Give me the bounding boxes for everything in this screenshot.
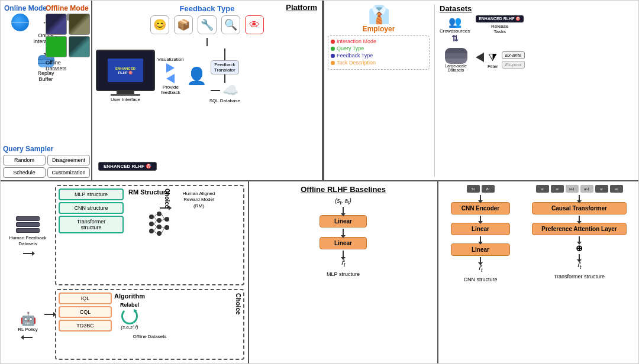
feedback-icon-search: 🔍 [221, 15, 240, 34]
bottom-right-section: st at CNN Encoder Linear Linear r [438, 181, 638, 363]
sampler-schedule: Schedule [3, 167, 46, 178]
offline-ds-algo-label: Offline Datasets [59, 334, 241, 339]
svg-point-2 [149, 229, 154, 233]
offline-img-4 [69, 36, 90, 57]
emp-feedback-type-text: Feedback Type [337, 53, 373, 58]
crowdsources-label: Crowdsources [440, 28, 470, 34]
algo-section: IQL CQL TD3BC Algorithm Choice Relabel [55, 289, 244, 360]
query-sampler-section: Query Sampler Random Disagreement Schedu… [1, 142, 92, 180]
sampler-disagreement: Disagreement [47, 155, 90, 165]
server-3 [16, 228, 40, 233]
db-bot-large [445, 58, 467, 64]
cloud-icon: ☁️ [222, 83, 238, 98]
ex-post-box: Ex-post [502, 61, 525, 69]
offline-images [46, 14, 90, 57]
fb-translator-section: FeedbackTranslator ☁️ SQL Database [209, 48, 240, 103]
emp-feedback-type: Feedback Type [331, 53, 427, 58]
algo-title-text: Algorithm [114, 292, 145, 300]
offline-baselines-title: Offline RLHF Baselines [301, 185, 386, 194]
filter-section: ⧩ Filter [488, 51, 498, 69]
large-db: Large-scale Datasets [440, 48, 472, 72]
feedback-icon-gauge: 🔧 [198, 15, 217, 34]
ui-label: User Interface [111, 97, 140, 102]
rm-structure-section: MLP structure CNN structure Transformers… [55, 185, 244, 285]
datasets-section: Datasets 👥 Crowdsources ⇅ ENHANCED RLHF … [434, 4, 635, 177]
db-top-large [445, 48, 467, 53]
offline-img-3 [46, 36, 67, 57]
tf-st1: st-1 [566, 185, 579, 193]
mlp-structure-label: MLP structure [327, 271, 360, 277]
arr-cnn-2 [480, 216, 481, 222]
mlp-flow: (st, at) Linear Linear r̂t MLP structure [320, 197, 367, 277]
top-left-section: Online Mode ↔ OnlineInteraction ReplayBu… [1, 1, 92, 180]
arrow-down-to-translator [224, 48, 225, 60]
arrow-left-feedback [166, 74, 175, 83]
arrow-to-algo [44, 314, 54, 315]
server-1 [16, 216, 40, 221]
transformer-flow: st at st-1 at-1 st at Causal Transformer… [524, 185, 635, 360]
monitor-screen: ENHANCED RLHF 🎯 [108, 58, 143, 82]
offline-img-2 [69, 14, 90, 35]
arrow-left-to-db [476, 53, 484, 62]
up-down-arrows: ⇅ [451, 34, 459, 43]
arrow-hf-to-rm [23, 253, 33, 254]
mlp-output: r̂t [341, 259, 345, 268]
arr-tf-2 [579, 216, 580, 222]
cnn-encoder-box: CNN Encoder [451, 202, 510, 214]
replay-buffer-label: ReplayBuffer [4, 70, 88, 82]
rm-transformer: Transformerstructure [59, 216, 124, 233]
employer-label: Employer [328, 25, 430, 33]
globe-icon [11, 14, 29, 31]
choice-label-rm: Choice [164, 188, 170, 208]
main-container: Online Mode ↔ OnlineInteraction ReplayBu… [0, 0, 639, 364]
feedback-translator-box: FeedbackTranslator [211, 60, 239, 74]
causal-transformer-box: Causal Transformer [532, 202, 627, 214]
employer-list: Interaction Mode Query Type Feedback Typ… [328, 35, 430, 70]
monitor-base [111, 94, 140, 96]
relabel-cycle-icon: ▶ [121, 308, 138, 324]
platform-title: Platform [286, 3, 317, 12]
arrow-head-from-rl [21, 335, 24, 340]
offline-datasets-label: OfflineDatasets [46, 60, 81, 72]
filter-funnel-icon: ⧩ [488, 51, 497, 64]
datasets-title: Datasets [440, 4, 635, 13]
arrow-right-vis [166, 63, 175, 73]
svg-point-7 [164, 217, 169, 222]
hf-datasets-label: Human FeedbackDatasets [9, 235, 46, 246]
cnn-st: st [467, 185, 480, 193]
svg-line-16 [162, 219, 164, 220]
emp-task-description: Task Description [331, 60, 427, 66]
rm-cnn: CNN structure [59, 202, 124, 214]
large-scale-row: Large-scale Datasets ⧩ Filter Ex-ante Ex… [440, 48, 635, 72]
human-aligned-label: Human AlignedReward Model (RM) [178, 191, 220, 209]
transformer-states-row: st at st-1 at-1 st at [536, 185, 623, 193]
bottom-left-lower: 🤖 RL Policy IQL CQL TD3BC [4, 289, 244, 360]
arr3-mlp [343, 251, 344, 258]
svg-line-15 [162, 214, 164, 219]
svg-line-12 [154, 224, 157, 227]
relabel-section: Relabel ▶ (s,a,s',r̂) [120, 302, 139, 330]
cnn-at: at [482, 185, 495, 193]
svg-line-18 [162, 228, 164, 233]
svg-point-6 [157, 231, 162, 236]
query-sampler-title: Query Sampler [3, 145, 90, 153]
arr-tf-3 [579, 236, 580, 242]
top-mid-section: Feedback Type 😊 📦 🔧 🔍 👁 Platform [92, 1, 323, 180]
algo-td3bc: TD3BC [59, 320, 112, 332]
bottom-left-top: Human FeedbackDatasets MLP structure CNN… [4, 185, 244, 285]
tf-at2: at [610, 185, 623, 193]
provide-feedback-label: Providefeedback [161, 84, 180, 95]
hf-datasets-section: Human FeedbackDatasets [4, 185, 51, 285]
emp-interaction-mode: Interaction Mode [331, 38, 427, 44]
arr2-mlp [343, 229, 344, 236]
rlhf-ds-badge: ENHANCED RLHF 🎯 [476, 15, 524, 22]
svg-line-13 [154, 227, 157, 231]
baselines-columns: (st, at) Linear Linear r̂t MLP structure [320, 197, 367, 277]
tf-st2: st [595, 185, 608, 193]
svg-point-0 [149, 214, 154, 219]
algo-boxes: IQL CQL TD3BC [59, 292, 112, 332]
cnn-linear-2: Linear [451, 243, 510, 256]
algo-iql: IQL [59, 292, 112, 304]
arrow-right-sql [211, 90, 220, 91]
platform-diagram: ENHANCED RLHF 🎯 User Interface Visualiza… [96, 48, 318, 103]
